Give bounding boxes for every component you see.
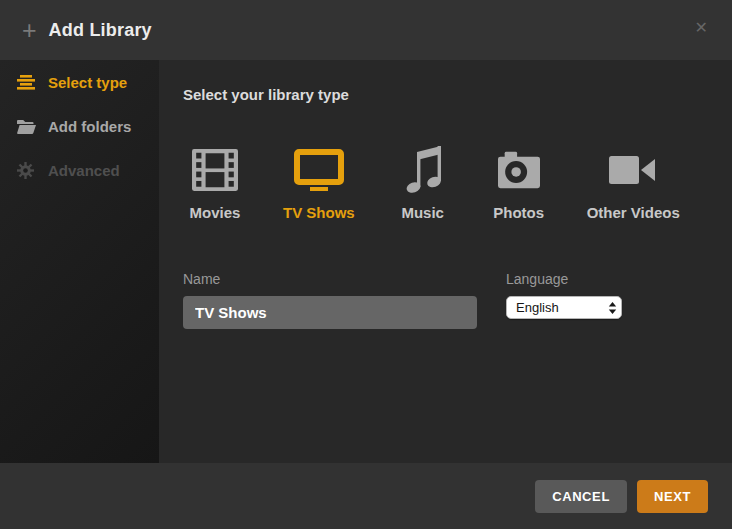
library-form-row: Name Language English	[183, 271, 708, 329]
library-type-row: Movies TV Shows	[183, 145, 708, 221]
dialog-sidebar: Select type Add folders	[0, 60, 159, 463]
dialog-title: Add Library	[49, 20, 152, 41]
camera-icon	[498, 145, 540, 195]
close-icon[interactable]: ✕	[695, 20, 708, 36]
sidebar-item-advanced: Advanced	[0, 148, 159, 192]
library-type-other-videos[interactable]: Other Videos	[587, 145, 680, 221]
language-field-label: Language	[506, 271, 626, 287]
library-type-movies[interactable]: Movies	[187, 145, 243, 221]
tv-icon	[294, 145, 344, 195]
library-type-label: TV Shows	[283, 204, 355, 221]
sidebar-item-label: Add folders	[48, 118, 131, 135]
next-button[interactable]: NEXT	[637, 480, 708, 513]
name-field-block: Name	[183, 271, 477, 329]
list-lines-icon	[17, 73, 37, 91]
video-camera-icon	[609, 145, 657, 195]
language-selected-value: English	[516, 300, 559, 315]
name-field-label: Name	[183, 271, 477, 287]
gear-icon	[17, 161, 37, 179]
dialog-content: Select your library type	[159, 60, 732, 463]
music-note-icon	[403, 145, 443, 195]
library-name-input[interactable]	[183, 296, 477, 329]
sidebar-item-label: Advanced	[48, 162, 120, 179]
film-strip-icon	[192, 145, 238, 195]
library-type-label: Movies	[190, 204, 241, 221]
language-select[interactable]: English	[506, 296, 622, 319]
sidebar-item-add-folders[interactable]: Add folders	[0, 104, 159, 148]
add-library-dialog: + Add Library ✕ Select type	[0, 0, 732, 529]
language-field-block: Language English	[506, 271, 626, 329]
sidebar-item-select-type[interactable]: Select type	[0, 60, 159, 104]
cancel-button[interactable]: CANCEL	[535, 480, 627, 513]
folder-icon	[17, 117, 37, 135]
library-type-label: Photos	[493, 204, 544, 221]
library-type-label: Other Videos	[587, 204, 680, 221]
library-type-tv-shows[interactable]: TV Shows	[283, 145, 355, 221]
library-type-photos[interactable]: Photos	[491, 145, 547, 221]
dialog-footer: CANCEL NEXT	[0, 463, 732, 529]
plus-icon: +	[22, 18, 37, 43]
select-stepper-icon	[608, 301, 617, 315]
library-type-label: Music	[401, 204, 444, 221]
library-type-music[interactable]: Music	[395, 145, 451, 221]
dialog-header: + Add Library ✕	[0, 0, 732, 60]
content-heading: Select your library type	[183, 86, 708, 103]
sidebar-item-label: Select type	[48, 74, 127, 91]
